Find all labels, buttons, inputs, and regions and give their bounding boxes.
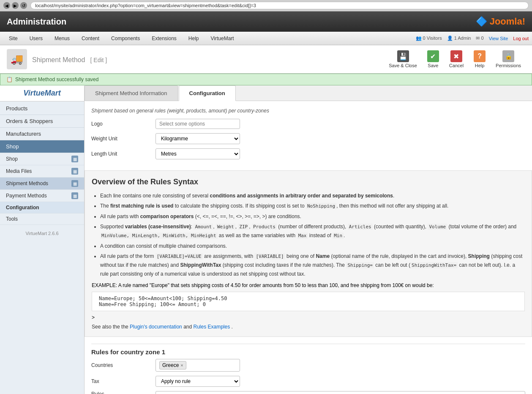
- countries-label: Countries: [91, 362, 150, 368]
- length-row: Length Unit Metres Inches Feet: [91, 148, 525, 159]
- rules-examples-link[interactable]: Rules Examples: [193, 324, 230, 330]
- sidebar-item-shop-sub[interactable]: Shop ▦: [0, 153, 84, 165]
- shipment-icon: ▦: [71, 180, 78, 187]
- tax-select[interactable]: Apply no rule: [156, 376, 240, 387]
- cancel-icon: ✖: [450, 50, 462, 62]
- forward-button[interactable]: ▶: [12, 2, 19, 9]
- nav-site[interactable]: Site: [3, 33, 23, 44]
- rules-textarea[interactable]: [156, 391, 525, 394]
- nav-users[interactable]: Users: [24, 33, 48, 44]
- admin-header: Administration 🔷 Joomla!: [0, 11, 532, 32]
- nav-menus[interactable]: Menus: [49, 33, 75, 44]
- rules-label: Rules: [91, 391, 150, 394]
- sidebar-item-configuration[interactable]: Configuration: [0, 202, 84, 213]
- save-button[interactable]: ✔ Save: [423, 49, 443, 70]
- example-label: EXAMPLE: A rule named "Europe" that sets…: [92, 282, 525, 288]
- overview-title: Overview of the Rules Syntax: [92, 178, 525, 186]
- countries-input[interactable]: Greece ×: [156, 359, 240, 372]
- visitors-count: 👥 0 Visitors: [416, 36, 442, 41]
- tab-bar: Shipment Method Information Configuratio…: [85, 85, 532, 101]
- admin-title: Administration: [7, 17, 66, 27]
- overview-item-4: Supported variables (case-insensitive): …: [100, 222, 525, 240]
- rules-zone-title: Rules for country zone 1: [91, 344, 525, 359]
- page-toolbar: 🚚 Shipment Method [ Edit ] 💾 Save & Clos…: [0, 45, 532, 74]
- overview-item-1: Each line contains one rule consisting o…: [100, 192, 525, 200]
- sidebar-item-products[interactable]: Products: [0, 102, 84, 115]
- media-icon: ▦: [71, 168, 78, 175]
- shop-icon: ▦: [71, 156, 78, 162]
- form-section: Shipment based on general rules (weight,…: [85, 101, 532, 170]
- sidebar-item-shipment[interactable]: Shipment Methods ▦: [0, 178, 84, 190]
- sidebar-item-tools[interactable]: Tools: [0, 213, 84, 225]
- sidebar-item-manufacturers[interactable]: Manufacturers: [0, 128, 84, 140]
- sidebar: VirtueMart Products Orders & Shoppers Ma…: [0, 85, 85, 394]
- save-icon: ✔: [427, 50, 439, 62]
- plugins-doc-link[interactable]: Plugin's documentation: [130, 324, 182, 330]
- sidebar-logo: VirtueMart: [0, 85, 84, 101]
- tax-row: Tax Apply no rule: [91, 376, 525, 387]
- permissions-button[interactable]: 🔒 Permissions: [491, 49, 525, 70]
- nav-right-area: 👥 0 Visitors 👤 1 Admin ✉ 0 View Site Log…: [416, 36, 529, 41]
- cancel-button[interactable]: ✖ Cancel: [445, 49, 468, 70]
- save-close-button[interactable]: 💾 Save & Close: [385, 49, 421, 70]
- tab-configuration[interactable]: Configuration: [179, 85, 236, 101]
- success-message: 📋 Shipment Method successfully saved: [0, 74, 532, 85]
- sidebar-version: VirtueMart 2.6.6: [0, 226, 84, 241]
- form-description: Shipment based on general rules (weight,…: [91, 108, 525, 114]
- page-title: Shipment Method [ Edit ]: [32, 54, 385, 65]
- nav-help[interactable]: Help: [183, 33, 205, 44]
- weight-label: Weight Unit: [91, 136, 150, 142]
- refresh-button[interactable]: ↺: [20, 2, 27, 9]
- nav-menu: Site Users Menus Content Components Exte…: [3, 33, 240, 44]
- address-bar[interactable]: localhost/mysite/administrator/index.php…: [30, 2, 529, 9]
- overview-item-2: The first matching rule is used to calcu…: [100, 202, 525, 211]
- help-button[interactable]: ? Help: [469, 49, 490, 70]
- payment-icon: ▦: [71, 192, 78, 199]
- virtuemart-logo-text: VirtueMart: [23, 89, 60, 98]
- greece-tag: Greece ×: [159, 361, 186, 369]
- see-also: See also the the Plugin's documentation …: [92, 324, 525, 330]
- view-site-link[interactable]: View Site: [489, 36, 508, 41]
- weight-select[interactable]: Kilogramme Pound: [156, 133, 240, 144]
- navigation-bar: Site Users Menus Content Components Exte…: [0, 32, 532, 45]
- tax-label: Tax: [91, 378, 150, 384]
- logout-link[interactable]: Log out: [513, 36, 529, 41]
- countries-row: Countries Greece ×: [91, 359, 525, 372]
- success-icon: 📋: [6, 77, 13, 82]
- overview-item-5: A condition can consist of multiple chai…: [100, 242, 525, 250]
- admin-count: 👤 1 Admin: [447, 36, 471, 41]
- rules-row: Rules: [91, 391, 525, 394]
- rules-section: Rules for country zone 1 Countries Greec…: [85, 344, 532, 394]
- remove-greece-button[interactable]: ×: [180, 363, 183, 368]
- content-area: Shipment Method Information Configuratio…: [85, 85, 532, 394]
- length-label: Length Unit: [91, 151, 150, 157]
- sidebar-item-payment[interactable]: Payment Methods ▦: [0, 190, 84, 202]
- logo-input[interactable]: [156, 119, 240, 129]
- length-select[interactable]: Metres Inches Feet: [156, 148, 240, 159]
- toolbar-buttons: 💾 Save & Close ✔ Save ✖ Cancel ? Help 🔒 …: [385, 49, 525, 70]
- example-gt: >: [92, 315, 525, 320]
- save-close-icon: 💾: [397, 50, 409, 62]
- nav-virtuemart[interactable]: VirtueMart: [205, 33, 240, 44]
- back-button[interactable]: ◀: [3, 2, 10, 9]
- permissions-icon: 🔒: [502, 50, 514, 62]
- example-block: Name=Europe; 50<=Amount<100; Shipping=4.…: [92, 292, 525, 311]
- sidebar-item-orders[interactable]: Orders & Shoppers: [0, 115, 84, 128]
- tab-shipment-info[interactable]: Shipment Method Information: [85, 85, 178, 101]
- nav-extensions[interactable]: Extensions: [146, 33, 182, 44]
- overview-item-6: All rule parts of the form [VARIABLE]=VA…: [100, 252, 525, 278]
- page-icon: 🚚: [7, 49, 27, 69]
- logo-row: Logo: [91, 119, 525, 129]
- joomla-logo: 🔷 Joomla!: [476, 16, 525, 27]
- weight-row: Weight Unit Kilogramme Pound: [91, 133, 525, 144]
- overview-item-3: All rule parts with comparison operators…: [100, 212, 525, 221]
- overview-list: Each line contains one rule consisting o…: [92, 192, 525, 278]
- sidebar-item-shop[interactable]: Shop: [0, 140, 84, 153]
- nav-content[interactable]: Content: [76, 33, 105, 44]
- sidebar-item-media[interactable]: Media Files ▦: [0, 165, 84, 178]
- help-icon: ?: [474, 50, 486, 62]
- messages-count: ✉ 0: [476, 36, 483, 41]
- nav-components[interactable]: Components: [106, 33, 145, 44]
- overview-section: Overview of the Rules Syntax Each line c…: [85, 170, 532, 337]
- logo-label: Logo: [91, 121, 150, 127]
